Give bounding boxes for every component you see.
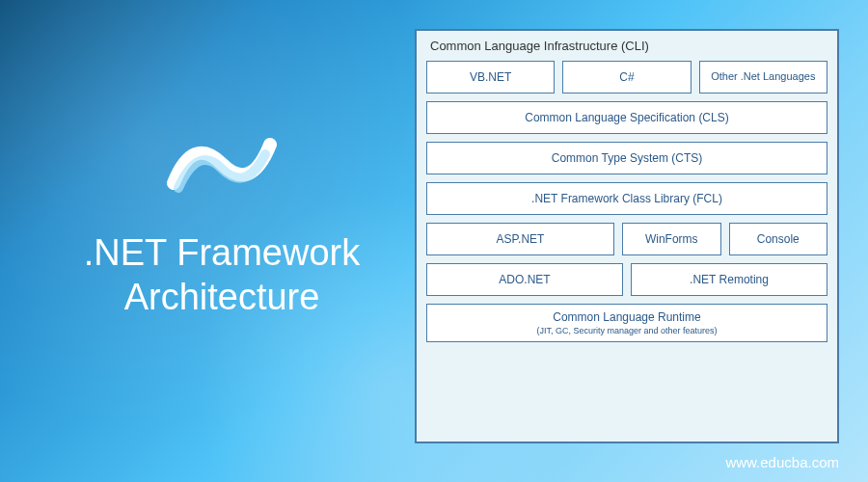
cls-box: Common Language Specification (CLS) [426,101,827,134]
frameworks-row: ASP.NET WinForms Console [426,223,827,255]
console-box: Console [729,223,828,255]
remoting-box: .NET Remoting [631,263,827,296]
cts-row: Common Type System (CTS) [426,142,827,174]
adonet-box: ADO.NET [426,263,623,296]
languages-row: VB.NET C# Other .Net Languages [426,61,827,94]
data-row: ADO.NET .NET Remoting [426,263,827,296]
aspnet-box: ASP.NET [426,223,614,255]
other-languages-box: Other .Net Languages [699,61,827,94]
cli-container-title: Common Language Infrastructure (CLI) [426,39,827,53]
clr-box: Common Language Runtime (JIT, GC, Securi… [426,304,827,342]
fcl-row: .NET Framework Class Library (FCL) [426,182,827,215]
footer-url: www.educba.com [725,454,839,470]
page-title: .NET Framework Architecture [58,231,386,319]
cts-box: Common Type System (CTS) [426,142,827,174]
fcl-box: .NET Framework Class Library (FCL) [426,182,827,215]
winforms-box: WinForms [622,223,721,255]
architecture-diagram: Common Language Infrastructure (CLI) VB.… [415,29,839,443]
left-panel: .NET Framework Architecture [58,116,386,319]
dotnet-swoosh-icon [164,116,280,212]
cls-row: Common Language Specification (CLS) [426,101,827,134]
clr-row: Common Language Runtime (JIT, GC, Securi… [426,304,827,342]
vbnet-box: VB.NET [426,61,555,94]
csharp-box: C# [562,61,691,94]
dotnet-logo-icon [164,116,280,212]
clr-subtitle: (JIT, GC, Security manager and other fea… [536,326,717,335]
clr-title: Common Language Runtime [553,310,700,324]
